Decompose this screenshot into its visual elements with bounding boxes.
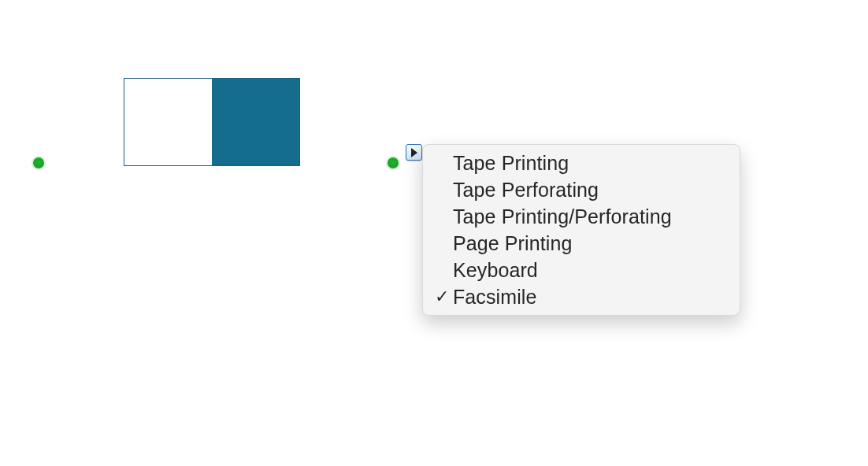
menu-item-label: Tape Printing/Perforating bbox=[453, 205, 725, 228]
svg-marker-0 bbox=[411, 148, 417, 157]
menu-item[interactable]: Tape Printing/Perforating bbox=[423, 203, 740, 230]
status-dot-right bbox=[388, 157, 399, 168]
color-swatch-right-half bbox=[212, 79, 299, 165]
menu-item-label: Keyboard bbox=[453, 259, 725, 282]
menu-item-label: Page Printing bbox=[453, 232, 725, 255]
checkmark-icon: ✓ bbox=[431, 288, 453, 305]
menu-item-label: Facsimile bbox=[453, 286, 725, 309]
play-triangle-icon bbox=[410, 148, 418, 157]
menu-item[interactable]: Page Printing bbox=[423, 230, 740, 257]
menu-item-label: Tape Perforating bbox=[453, 179, 725, 202]
menu-item[interactable]: Tape Perforating bbox=[423, 176, 740, 203]
status-dot-left bbox=[33, 157, 44, 168]
menu-item-label: Tape Printing bbox=[453, 152, 725, 175]
menu-item[interactable]: ✓ Facsimile bbox=[423, 283, 740, 310]
popup-trigger-button[interactable] bbox=[406, 144, 422, 161]
menu-item[interactable]: Keyboard bbox=[423, 257, 740, 283]
dropdown-menu: Tape Printing Tape Perforating Tape Prin… bbox=[422, 144, 740, 316]
color-swatch-left-half bbox=[124, 79, 212, 165]
color-swatch[interactable] bbox=[124, 78, 300, 166]
menu-item[interactable]: Tape Printing bbox=[423, 150, 740, 176]
